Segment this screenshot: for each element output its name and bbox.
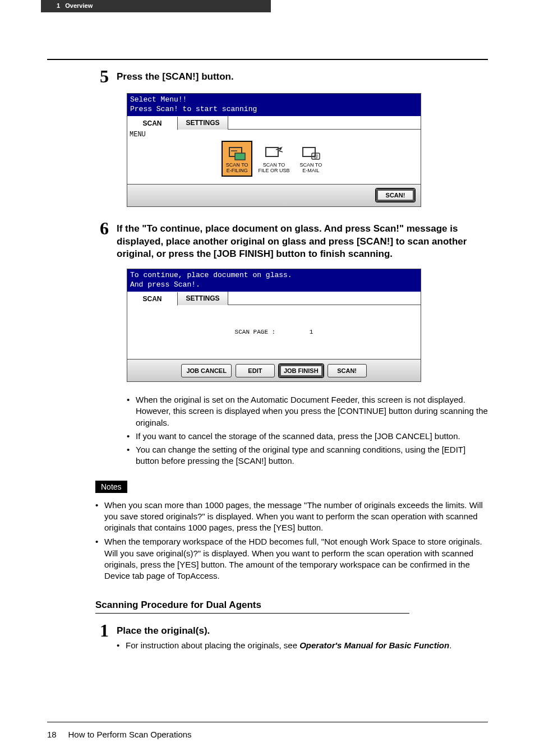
job-finish-button[interactable]: JOB FINISH bbox=[279, 364, 324, 377]
page-number: 18 bbox=[47, 730, 57, 739]
step-5: 5 Press the [SCAN!] button. bbox=[95, 67, 488, 85]
edit-button[interactable]: EDIT bbox=[236, 364, 275, 377]
screenshot-step6: To continue, place document on glass. An… bbox=[127, 269, 421, 382]
sc-header: To continue, place document on glass. An… bbox=[127, 269, 421, 292]
note-item: When the temporary workspace of the HDD … bbox=[95, 536, 488, 582]
sc-tabs: SCAN SETTINGS bbox=[127, 116, 421, 130]
sc-msg-line2: And press Scan!. bbox=[130, 280, 418, 290]
sc-msg-line2: Press Scan! to start scanning bbox=[130, 105, 418, 114]
svg-text:@: @ bbox=[313, 154, 319, 159]
step-number: 6 bbox=[100, 219, 117, 261]
screenshot-step5: Select Menu!! Press Scan! to start scann… bbox=[127, 93, 421, 207]
page-footer: 18 How to Perform Scan Operations bbox=[47, 730, 192, 739]
job-cancel-button[interactable]: JOB CANCEL bbox=[181, 364, 232, 377]
tab-settings[interactable]: SETTINGS bbox=[178, 116, 228, 130]
sub-item: For instruction about placing the origin… bbox=[117, 640, 451, 651]
sc-body: SCAN PAGE : 1 bbox=[127, 305, 421, 359]
section-title: Overview bbox=[65, 2, 93, 9]
scanpage-value: 1 bbox=[310, 329, 313, 335]
sc-msg-line1: To continue, place document on glass. bbox=[130, 271, 418, 280]
notes-bullets: When you scan more than 1000 pages, the … bbox=[95, 500, 488, 582]
svg-rect-2 bbox=[266, 147, 278, 156]
sc-body: MENU SCAN TO E-FILING SCAN TO FILE OR US… bbox=[127, 130, 421, 184]
sub-em: Operator's Manual for Basic Function bbox=[299, 640, 449, 650]
header-tab: 1 Overview bbox=[41, 0, 271, 12]
icon-label: SCAN TO E-FILING bbox=[226, 163, 248, 174]
step-number: 5 bbox=[100, 67, 117, 85]
svg-rect-1 bbox=[235, 153, 245, 160]
email-icon: @ bbox=[301, 145, 321, 161]
step-title: Press the [SCAN!] button. bbox=[117, 67, 234, 85]
notes-block: Notes When you scan more than 1000 pages… bbox=[95, 481, 488, 582]
note-item: When you scan more than 1000 pages, the … bbox=[95, 500, 488, 534]
scan-to-email-button[interactable]: @ SCAN TO E-MAIL bbox=[300, 145, 322, 174]
sc-msg-line1: Select Menu!! bbox=[130, 95, 418, 105]
tab-settings[interactable]: SETTINGS bbox=[178, 292, 228, 305]
tab-scan[interactable]: SCAN bbox=[127, 117, 178, 130]
subheading: Scanning Procedure for Dual Agents bbox=[95, 600, 409, 614]
sc-footer: SCAN! bbox=[127, 184, 421, 206]
file-usb-icon bbox=[264, 145, 284, 161]
scanpage-label: SCAN PAGE : bbox=[235, 329, 276, 335]
step6-bullets: When the original is set on the Automati… bbox=[127, 394, 488, 467]
section-number: 1 bbox=[57, 2, 60, 9]
bullet-item: You can change the setting of the origin… bbox=[127, 444, 488, 467]
sc-header: Select Menu!! Press Scan! to start scann… bbox=[127, 94, 421, 116]
step-title: If the "To continue, place document on g… bbox=[117, 219, 488, 261]
step-number: 1 bbox=[100, 621, 117, 651]
scan-button[interactable]: SCAN! bbox=[376, 188, 415, 202]
step-1: 1 Place the original(s). For instruction… bbox=[95, 621, 488, 651]
bullet-item: If you want to cancel the storage of the… bbox=[127, 431, 488, 442]
icon-label: SCAN TO E-MAIL bbox=[300, 163, 322, 174]
step-6: 6 If the "To continue, place document on… bbox=[95, 219, 488, 261]
efiling-icon bbox=[227, 145, 247, 161]
step-title: Place the original(s). bbox=[117, 621, 451, 638]
sc-footer: JOB CANCEL EDIT JOB FINISH SCAN! bbox=[127, 359, 421, 381]
svg-point-3 bbox=[279, 147, 282, 150]
scan-to-efiling-button[interactable]: SCAN TO E-FILING bbox=[222, 141, 253, 177]
icon-label: SCAN TO FILE OR USB bbox=[258, 163, 289, 174]
step1-sub: For instruction about placing the origin… bbox=[117, 640, 451, 651]
tab-scan[interactable]: SCAN bbox=[127, 292, 178, 306]
top-rule bbox=[47, 59, 488, 60]
menu-label: MENU bbox=[130, 131, 146, 139]
sub-suffix: . bbox=[449, 640, 451, 650]
footer-title: How to Perform Scan Operations bbox=[68, 730, 192, 739]
bottom-rule bbox=[47, 722, 488, 722]
scan-to-file-button[interactable]: SCAN TO FILE OR USB bbox=[258, 145, 289, 174]
notes-label: Notes bbox=[95, 481, 127, 493]
sc-tabs: SCAN SETTINGS bbox=[127, 292, 421, 305]
sub-text: For instruction about placing the origin… bbox=[126, 640, 299, 650]
scan-button[interactable]: SCAN! bbox=[328, 364, 367, 377]
bullet-item: When the original is set on the Automati… bbox=[127, 394, 488, 428]
